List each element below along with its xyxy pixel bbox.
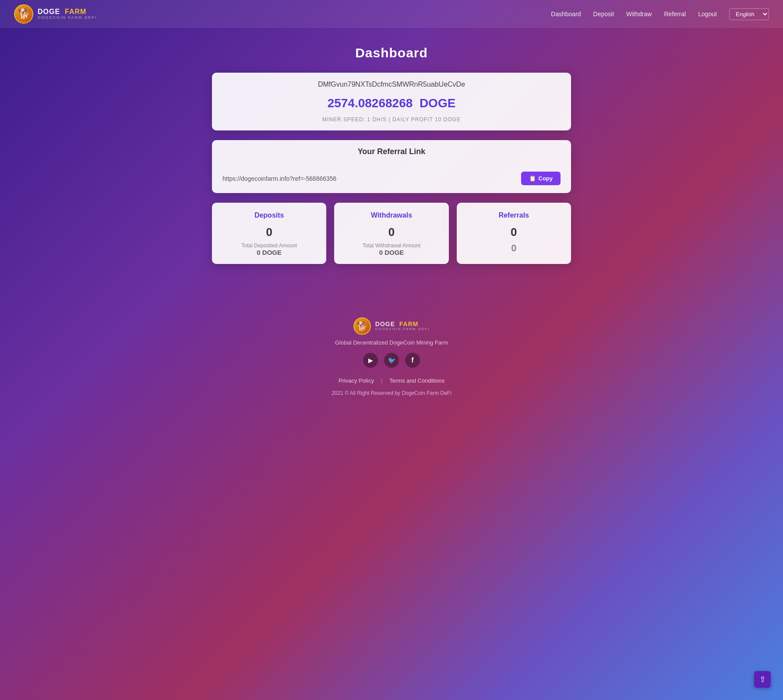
terms-link[interactable]: Terms and Conditions	[389, 377, 444, 384]
footer-logo-subtitle: DOGECOIN FARM DEFI	[375, 327, 430, 331]
youtube-icon: ▶	[368, 357, 373, 364]
stats-grid: Deposits 0 Total Deposited Amount 0 DOGE…	[212, 203, 571, 264]
balance-currency: DOGE	[420, 96, 455, 110]
copy-button[interactable]: 📋 Copy	[521, 172, 561, 185]
deposits-card: Deposits 0 Total Deposited Amount 0 DOGE	[212, 203, 326, 264]
footer-logo-text: DOGE FARM DOGECOIN FARM DEFI	[375, 321, 430, 331]
deposits-sub-value: 0 DOGE	[220, 249, 318, 256]
deposits-title: Deposits	[220, 211, 318, 219]
referrals-value: 0	[465, 225, 563, 239]
footer-divider: |	[381, 377, 382, 384]
withdrawals-sub-value: 0 DOGE	[342, 249, 441, 256]
facebook-button[interactable]: f	[405, 353, 420, 368]
wallet-card: DMfGvun79NXTsDcfmcSMWRnR5uabUeCvDe 2574.…	[212, 73, 571, 130]
referrals-extra-value: 0	[465, 243, 563, 254]
twitter-icon: 🐦	[388, 357, 395, 364]
youtube-button[interactable]: ▶	[363, 353, 378, 368]
page-title: Dashboard	[212, 46, 571, 60]
referrals-card: Referrals 0 0	[457, 203, 571, 264]
logo-farm: FARM	[65, 8, 86, 15]
nav-dashboard[interactable]: Dashboard	[551, 11, 581, 18]
footer-links: Privacy Policy | Terms and Conditions	[9, 377, 774, 384]
logo-text: DOGE FARM DOGECOIN FARM DEFI	[38, 8, 97, 20]
chevron-up-icon: ⇧	[759, 675, 766, 684]
nav-withdraw[interactable]: Withdraw	[626, 11, 652, 18]
footer-brand: DOGE	[375, 320, 395, 327]
referral-section-title: Your Referral Link	[212, 140, 571, 164]
nav-logout[interactable]: Logout	[698, 11, 717, 18]
privacy-policy-link[interactable]: Privacy Policy	[339, 377, 374, 384]
balance-amount: 2574.08268268	[328, 96, 413, 110]
logo-subtitle: DOGECOIN FARM DEFI	[38, 16, 97, 20]
referrals-title: Referrals	[465, 211, 563, 219]
nav-deposit[interactable]: Deposit	[593, 11, 614, 18]
footer-copyright: 2021 © All Right Reserved by DogeCoin Fa…	[9, 390, 774, 396]
copy-label: Copy	[539, 175, 553, 182]
header: 🐕 DOGE FARM DOGECOIN FARM DEFI Dashboard…	[0, 0, 783, 28]
footer-farm: FARM	[399, 320, 419, 327]
footer-logo: 🐕 DOGE FARM DOGECOIN FARM DEFI	[9, 317, 774, 335]
withdrawals-value: 0	[342, 225, 441, 239]
wallet-address: DMfGvun79NXTsDcfmcSMWRnR5uabUeCvDe	[222, 81, 561, 88]
main-content: Dashboard DMfGvun79NXTsDcfmcSMWRnR5uabUe…	[203, 28, 580, 300]
logo-brand: DOGE	[38, 8, 60, 15]
twitter-button[interactable]: 🐦	[384, 353, 399, 368]
logo-area: 🐕 DOGE FARM DOGECOIN FARM DEFI	[14, 4, 97, 24]
social-icons: ▶ 🐦 f	[9, 353, 774, 368]
deposits-sub-label: Total Deposited Amount	[220, 243, 318, 249]
language-select[interactable]: English 中文 Español Русский	[729, 8, 769, 20]
referral-link-row: https://dogecoinfarm.info?ref=-568866356…	[212, 164, 571, 193]
miner-speed-label: MINER SPEED: 1 DH/S | DAILY PROFIT 10 DO…	[222, 116, 561, 123]
wallet-balance: 2574.08268268 DOGE	[222, 96, 561, 110]
logo-title: DOGE FARM	[38, 8, 97, 16]
footer-logo-icon: 🐕	[353, 317, 371, 335]
scroll-to-top-button[interactable]: ⇧	[754, 671, 771, 688]
footer-tagline: Global Decentralized DogeCoin Mining Far…	[9, 339, 774, 346]
referral-link-text: https://dogecoinfarm.info?ref=-568866356	[222, 175, 336, 182]
withdrawals-card: Withdrawals 0 Total Withdrawal Amount 0 …	[334, 203, 448, 264]
withdrawals-title: Withdrawals	[342, 211, 441, 219]
footer-logo-title: DOGE FARM	[375, 321, 430, 327]
referral-card: Your Referral Link https://dogecoinfarm.…	[212, 140, 571, 193]
nav-referral[interactable]: Referral	[664, 11, 686, 18]
withdrawals-sub-label: Total Withdrawal Amount	[342, 243, 441, 249]
footer: 🐕 DOGE FARM DOGECOIN FARM DEFI Global De…	[0, 300, 783, 405]
copy-icon: 📋	[529, 175, 536, 182]
logo-icon: 🐕	[14, 4, 33, 24]
deposits-value: 0	[220, 225, 318, 239]
nav: Dashboard Deposit Withdraw Referral Logo…	[551, 8, 769, 20]
facebook-icon: f	[411, 356, 413, 364]
